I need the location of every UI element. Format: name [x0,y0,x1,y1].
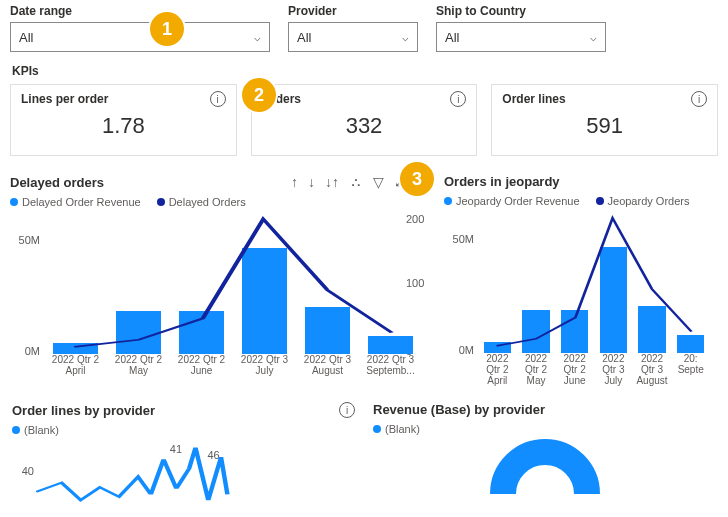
kpi-orders[interactable]: Orders i 332 [251,84,478,156]
filter-icon[interactable]: ▽ [373,174,384,190]
y-axis-left: 40 [12,436,34,506]
kpis-section: KPIs Lines per order i 1.78 Orders i 332… [10,62,718,156]
kpi-order-lines[interactable]: Order lines i 591 [491,84,718,156]
info-icon[interactable]: i [339,402,355,418]
chart-legend: Delayed Order Revenue Delayed Orders [10,196,430,208]
date-range-select[interactable]: All ⌵ [10,22,270,52]
kpi-title: Lines per order [21,92,108,106]
chart-plot: 50M 0M 20 [444,211,718,381]
kpi-lines-per-order[interactable]: Lines per order i 1.78 [10,84,237,156]
info-icon[interactable]: i [691,91,707,107]
line-series [44,212,422,354]
legend-item[interactable]: Delayed Order Revenue [10,196,141,208]
info-icon[interactable]: i [450,91,466,107]
filter-label: Provider [288,4,418,18]
annotation-marker-1: 1 [150,12,184,46]
x-axis: 2022 Qtr 2 April 2022 Qtr 2 May 2022 Qtr… [44,354,422,382]
filters-row: Date range All ⌵ Provider All ⌵ Ship to … [10,4,718,52]
legend-item[interactable]: (Blank) [373,423,420,435]
chart-title: Orders in jeopardy [444,174,560,189]
chevron-down-icon: ⌵ [402,31,409,44]
country-select[interactable]: All ⌵ [436,22,606,52]
chart-plot [373,435,716,494]
filter-label: Date range [10,4,270,18]
annotation-marker-2: 2 [242,78,276,112]
arrow-up-icon[interactable]: ↑ [291,174,298,190]
legend-swatch-icon [373,425,381,433]
chart-title: Revenue (Base) by provider [373,402,545,417]
legend-swatch-icon [596,197,604,205]
line-series [36,436,355,506]
select-value: All [445,30,459,45]
chart-legend: (Blank) [373,423,716,435]
y-axis-left: 50M 0M [444,211,474,353]
line-series [478,211,710,353]
legend-item[interactable]: (Blank) [12,424,59,436]
chevron-down-icon: ⌵ [254,31,261,44]
kpi-value: 332 [262,113,467,139]
legend-item[interactable]: Jeopardy Orders [596,195,690,207]
filter-date-range: Date range All ⌵ [10,4,270,52]
chevron-down-icon: ⌵ [590,31,597,44]
provider-select[interactable]: All ⌵ [288,22,418,52]
filter-label: Ship to Country [436,4,606,18]
filter-ship-country: Ship to Country All ⌵ [436,4,606,52]
chart-legend: Jeopardy Order Revenue Jeopardy Orders [444,195,718,207]
kpi-value: 591 [502,113,707,139]
legend-swatch-icon [10,198,18,206]
legend-swatch-icon [444,197,452,205]
legend-swatch-icon [12,426,20,434]
chart-plot: 40 41 46 [12,436,355,506]
kpi-title: Order lines [502,92,565,106]
chart-title: Order lines by provider [12,403,155,418]
filter-provider: Provider All ⌵ [288,4,418,52]
donut-chart [490,439,600,494]
select-value: All [19,30,33,45]
info-icon[interactable]: i [210,91,226,107]
chart-revenue-by-provider[interactable]: Revenue (Base) by provider (Blank) [371,400,718,508]
annotation-marker-3: 3 [400,162,434,196]
legend-item[interactable]: Delayed Orders [157,196,246,208]
chart-plot: 50M 0M 200 100 0 [10,212,430,382]
legend-swatch-icon [157,198,165,206]
hierarchy-icon[interactable]: ⛬ [349,174,363,190]
chart-orders-in-jeopardy[interactable]: Orders in jeopardy Jeopardy Order Revenu… [444,174,718,382]
chart-title: Delayed orders [10,175,104,190]
select-value: All [297,30,311,45]
section-title: KPIs [10,62,718,84]
chart-delayed-orders[interactable]: Delayed orders ↑ ↓ ↓↑ ⛬ ▽ ⤢ ⋯ Delayed Or… [10,174,430,382]
kpi-value: 1.78 [21,113,226,139]
chart-order-lines-by-provider[interactable]: Order lines by provider i (Blank) 40 41 … [10,400,357,508]
sort-down-icon[interactable]: ↓↑ [325,174,339,190]
chart-legend: (Blank) [12,424,355,436]
x-axis: 2022 Qtr 2 April 2022 Qtr 2 May 2022 Qtr… [478,353,710,381]
arrow-down-icon[interactable]: ↓ [308,174,315,190]
y-axis-left: 50M 0M [10,212,40,354]
legend-item[interactable]: Jeopardy Order Revenue [444,195,580,207]
